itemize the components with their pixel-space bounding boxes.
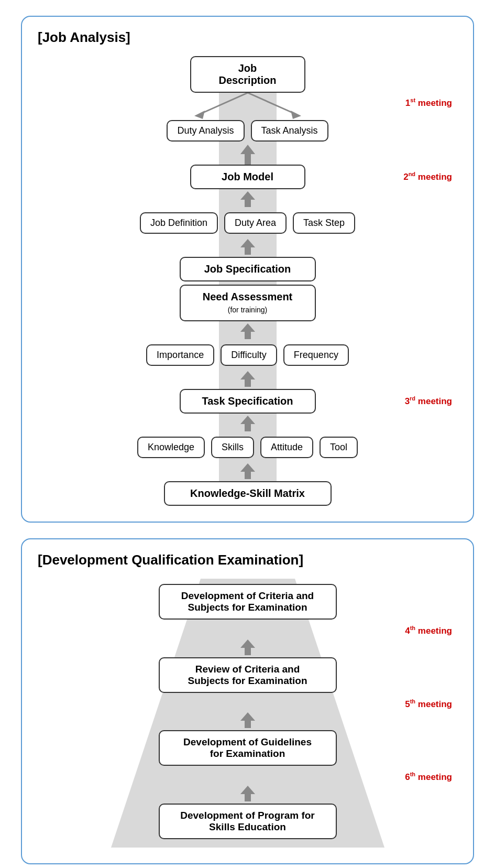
dev-criteria-node: Development of Criteria andSubjects for … (159, 584, 337, 620)
job-def-row: Job Definition Duty Area Task Step (38, 212, 457, 234)
flow2: Development of Criteria andSubjects for … (38, 579, 457, 848)
task-step-node: Task Step (293, 212, 355, 234)
frequency-node: Frequency (283, 344, 349, 366)
dev-program-node: Development of Program forSkills Educati… (159, 804, 337, 839)
task-specification-node: Task Specification (180, 389, 316, 414)
job-definition-node: Job Definition (140, 212, 218, 234)
section1-title: [Job Analysis] (38, 29, 457, 46)
svg-marker-9 (240, 416, 255, 431)
job-model-node: Job Model (190, 165, 305, 189)
svg-marker-8 (240, 371, 255, 387)
skills-node: Skills (211, 437, 254, 458)
job-analysis-section: [Job Analysis] JobDescription 1st meetin… (21, 16, 474, 523)
ks-matrix-node: Knowledge-Skill Matrix (164, 481, 332, 506)
review-criteria-node: Review of Criteria andSubjects for Exami… (159, 657, 337, 693)
duty-area-node: Duty Area (224, 212, 287, 234)
meeting6-label: 6th meeting (405, 771, 457, 783)
arrow10 (237, 784, 258, 804)
meeting4-label: 4th meeting (405, 625, 457, 636)
arrow8 (237, 637, 258, 657)
svg-marker-7 (240, 323, 255, 339)
arrow2 (237, 189, 258, 209)
svg-marker-12 (240, 639, 255, 655)
difficulty-node: Difficulty (221, 344, 277, 366)
task-analysis-node: Task Analysis (251, 120, 328, 142)
arrow4 (237, 321, 258, 341)
dev-guidelines-node: Development of Guidelinesfor Examination (159, 730, 337, 766)
duty-analysis-node: Duty Analysis (167, 120, 244, 142)
flow1: JobDescription 1st meeting Duty Analysis (38, 56, 457, 506)
arrow7 (237, 461, 258, 481)
svg-marker-10 (240, 463, 255, 479)
meeting2-label: 2nd meeting (403, 171, 452, 182)
need-assessment-sub: (for training) (228, 306, 267, 314)
svg-marker-6 (240, 239, 255, 255)
svg-marker-3 (291, 111, 301, 119)
svg-line-2 (248, 93, 295, 114)
arrow6 (237, 414, 258, 433)
job-description-node: JobDescription (190, 56, 305, 93)
svg-marker-1 (194, 111, 205, 119)
duty-task-row: Duty Analysis Task Analysis (38, 120, 457, 142)
ksat-row: Knowledge Skills Attitude Tool (38, 437, 457, 458)
svg-marker-4 (240, 145, 255, 165)
arrow1 (237, 145, 258, 165)
tool-node: Tool (320, 437, 358, 458)
dual-arrow (148, 93, 347, 124)
svg-marker-14 (240, 786, 255, 801)
knowledge-node: Knowledge (137, 437, 205, 458)
meeting5-label: 5th meeting (405, 698, 457, 710)
idf-row: Importance Difficulty Frequency (38, 344, 457, 366)
importance-node: Importance (146, 344, 214, 366)
need-assessment-node: Need Assessment(for training) (180, 285, 316, 321)
svg-marker-13 (240, 712, 255, 728)
svg-line-0 (201, 93, 248, 114)
attitude-node: Attitude (260, 437, 313, 458)
job-specification-node: Job Specification (180, 257, 316, 281)
arrow3 (237, 237, 258, 257)
svg-marker-5 (240, 191, 255, 207)
job-description-row: JobDescription (190, 56, 305, 93)
arrow9 (237, 710, 258, 730)
meeting1-label: 1st meeting (405, 97, 452, 108)
meeting3-label: 3rd meeting (405, 395, 452, 407)
section2-title: [Development Qualification Examination] (38, 552, 457, 568)
arrow5 (237, 369, 258, 389)
dev-qual-section: [Development Qualification Examination] … (21, 538, 474, 864)
